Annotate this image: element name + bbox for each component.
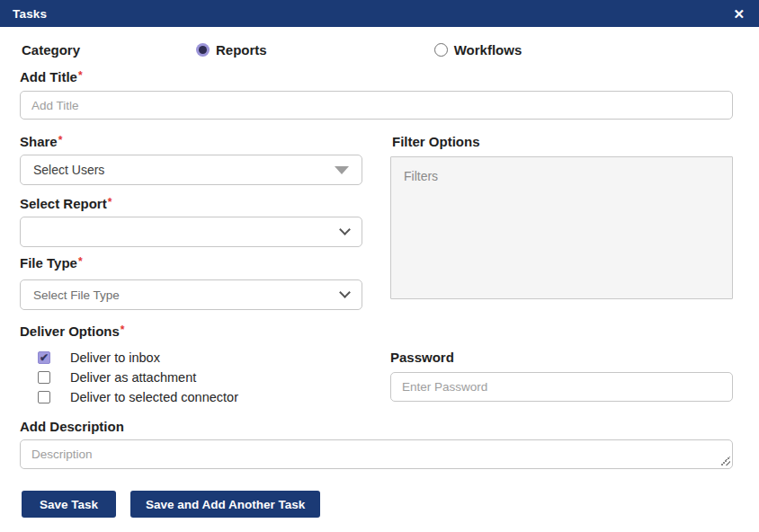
tasks-dialog: Tasks ✕ Category Reports Workflows Add T… bbox=[0, 0, 759, 532]
deliver-options-list: ✔ Deliver to inbox Deliver as attachment… bbox=[38, 348, 362, 407]
category-label: Category bbox=[22, 42, 196, 58]
select-report-dropdown[interactable] bbox=[20, 217, 362, 247]
radio-reports-label: Reports bbox=[216, 42, 267, 58]
left-column: Share* Select Users Select Report* File … bbox=[20, 120, 362, 310]
radio-unselected-icon bbox=[434, 43, 448, 57]
filter-options-label: Filter Options bbox=[392, 134, 733, 149]
password-section: Password bbox=[390, 324, 733, 407]
checkbox-unchecked-icon bbox=[38, 391, 50, 403]
description-wrapper bbox=[20, 439, 733, 469]
password-input[interactable] bbox=[390, 372, 733, 402]
checkbox-deliver-as-attachment[interactable]: Deliver as attachment bbox=[38, 368, 362, 387]
radio-selected-icon bbox=[196, 43, 210, 57]
description-textarea[interactable] bbox=[20, 439, 733, 469]
share-users-dropdown[interactable]: Select Users bbox=[20, 155, 362, 185]
deliver-password-row: Deliver Options* ✔ Deliver to inbox Deli… bbox=[20, 324, 733, 407]
add-title-input[interactable] bbox=[20, 91, 733, 120]
deliver-options-label: Deliver Options* bbox=[20, 324, 362, 339]
form-columns: Share* Select Users Select Report* File … bbox=[20, 120, 733, 310]
checkbox-label: Deliver to selected connector bbox=[70, 390, 238, 404]
right-column: Filter Options Filters bbox=[390, 120, 733, 310]
file-type-label: File Type* bbox=[20, 255, 362, 270]
file-type-value: Select File Type bbox=[33, 288, 120, 302]
chevron-down-icon bbox=[339, 287, 351, 298]
deliver-options-section: Deliver Options* ✔ Deliver to inbox Deli… bbox=[20, 324, 362, 407]
add-title-label: Add Title* bbox=[20, 69, 733, 84]
required-marker: * bbox=[121, 324, 125, 336]
save-task-button[interactable]: Save Task bbox=[22, 491, 116, 518]
checkbox-checked-icon: ✔ bbox=[38, 351, 50, 364]
filters-panel: Filters bbox=[390, 156, 733, 299]
radio-reports[interactable]: Reports bbox=[196, 42, 267, 58]
share-label: Share* bbox=[20, 134, 362, 149]
radio-workflows-label: Workflows bbox=[454, 42, 522, 58]
checkbox-deliver-to-inbox[interactable]: ✔ Deliver to inbox bbox=[38, 348, 362, 368]
password-label: Password bbox=[390, 350, 733, 365]
dialog-title: Tasks bbox=[13, 7, 47, 21]
checkbox-label: Deliver to inbox bbox=[70, 350, 160, 365]
file-type-dropdown[interactable]: Select File Type bbox=[20, 279, 362, 310]
required-marker: * bbox=[78, 255, 83, 268]
checkbox-label: Deliver as attachment bbox=[70, 370, 196, 385]
required-marker: * bbox=[108, 196, 112, 208]
category-row: Category Reports Workflows bbox=[20, 42, 733, 58]
resize-grip-icon[interactable] bbox=[721, 457, 730, 466]
checkbox-deliver-to-selected-connector[interactable]: Deliver to selected connector bbox=[38, 387, 362, 407]
add-description-label: Add Description bbox=[20, 419, 733, 434]
select-report-label: Select Report* bbox=[20, 196, 362, 211]
dropdown-triangle-icon bbox=[335, 166, 349, 174]
share-users-value: Select Users bbox=[33, 163, 104, 177]
dialog-header: Tasks ✕ bbox=[0, 0, 759, 27]
required-marker: * bbox=[78, 69, 83, 82]
chevron-down-icon bbox=[339, 224, 351, 235]
save-and-add-another-task-button[interactable]: Save and Add Another Task bbox=[130, 491, 320, 518]
dialog-body: Category Reports Workflows Add Title* Sh… bbox=[0, 42, 759, 518]
radio-workflows[interactable]: Workflows bbox=[434, 42, 522, 58]
required-marker: * bbox=[58, 134, 63, 146]
close-icon[interactable]: ✕ bbox=[733, 7, 745, 21]
filters-panel-text: Filters bbox=[404, 169, 438, 183]
action-buttons: Save Task Save and Add Another Task bbox=[20, 491, 733, 518]
checkbox-unchecked-icon bbox=[38, 371, 50, 384]
